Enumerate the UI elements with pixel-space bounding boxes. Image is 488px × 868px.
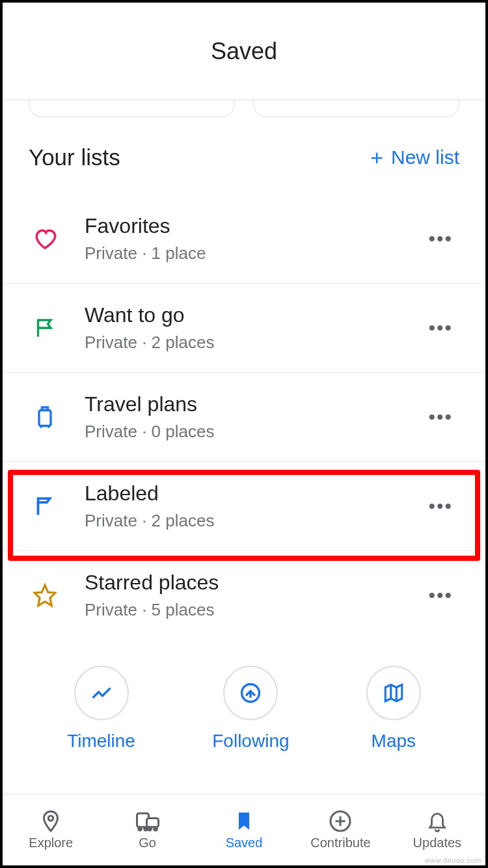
carousel-stub <box>3 99 485 117</box>
nav-saved[interactable]: Saved <box>196 794 292 865</box>
list-item-favorites[interactable]: Favorites Private · 1 place ••• <box>3 191 485 284</box>
card-stub[interactable] <box>29 99 235 117</box>
list-subtitle: Private · 1 place <box>85 243 422 264</box>
list-title: Want to go <box>85 303 422 327</box>
svg-point-8 <box>138 828 141 831</box>
nav-label: Go <box>139 835 156 850</box>
list-text: Travel plans Private · 0 places <box>85 392 422 442</box>
list-text: Favorites Private · 1 place <box>85 214 422 264</box>
list-subtitle: Private · 5 places <box>85 600 422 620</box>
nav-updates[interactable]: Updates <box>389 794 485 865</box>
list-title: Starred places <box>85 571 422 595</box>
more-button[interactable]: ••• <box>422 578 459 613</box>
lists-container: Favorites Private · 1 place ••• Want to … <box>3 190 485 640</box>
plus-circle-icon <box>329 809 352 833</box>
chip-label: Following <box>212 731 289 752</box>
list-item-labeled[interactable]: Labeled Private · 2 places ••• <box>3 462 485 551</box>
page-title: Saved <box>211 38 277 65</box>
pin-icon <box>39 809 62 833</box>
nav-label: Explore <box>29 835 73 850</box>
nav-contribute[interactable]: Contribute <box>292 794 388 865</box>
bottom-nav: Explore Go Saved Contribute Updates <box>3 794 485 865</box>
list-text: Want to go Private · 2 places <box>85 303 422 353</box>
nav-label: Contribute <box>310 835 370 850</box>
card-stub[interactable] <box>253 99 459 117</box>
nav-label: Updates <box>413 835 462 850</box>
star-icon <box>29 583 61 608</box>
following-icon <box>223 666 278 720</box>
list-text: Starred places Private · 5 places <box>85 571 422 620</box>
svg-point-12 <box>154 828 157 831</box>
list-item-want-to-go[interactable]: Want to go Private · 2 places ••• <box>3 284 485 373</box>
chips-row: Timeline Following Maps <box>3 640 485 765</box>
svg-point-9 <box>144 828 147 831</box>
watermark: www.deuao.com <box>425 856 481 864</box>
label-flag-icon <box>29 495 61 518</box>
header: Saved <box>3 3 485 100</box>
chip-timeline[interactable]: Timeline <box>67 666 135 752</box>
list-subtitle: Private · 2 places <box>85 511 422 531</box>
chip-maps[interactable]: Maps <box>366 666 421 752</box>
bell-icon <box>426 809 448 833</box>
suitcase-icon <box>29 404 61 430</box>
svg-rect-0 <box>39 411 51 426</box>
more-button[interactable]: ••• <box>422 400 459 435</box>
flag-icon <box>29 316 61 340</box>
nav-go[interactable]: Go <box>99 794 195 865</box>
list-title: Favorites <box>85 214 422 238</box>
more-button[interactable]: ••• <box>422 221 459 256</box>
maps-icon <box>366 666 421 720</box>
more-button[interactable]: ••• <box>422 310 459 346</box>
chip-following[interactable]: Following <box>212 666 289 752</box>
svg-point-6 <box>48 816 53 821</box>
list-item-starred[interactable]: Starred places Private · 5 places ••• <box>3 551 485 640</box>
list-title: Labeled <box>85 481 422 506</box>
transit-icon <box>135 809 161 833</box>
svg-marker-3 <box>385 685 402 701</box>
chip-label: Timeline <box>67 731 135 752</box>
section-title: Your lists <box>29 144 120 170</box>
new-list-button[interactable]: + New list <box>370 146 459 169</box>
list-text: Labeled Private · 2 places <box>85 481 422 531</box>
svg-rect-10 <box>146 819 158 828</box>
svg-marker-1 <box>34 585 55 606</box>
heart-icon <box>29 226 61 251</box>
bookmark-icon <box>234 809 254 833</box>
list-item-travel-plans[interactable]: Travel plans Private · 0 places ••• <box>3 373 485 462</box>
nav-explore[interactable]: Explore <box>3 794 99 865</box>
new-list-label: New list <box>391 146 459 169</box>
nav-label: Saved <box>226 835 263 850</box>
more-button[interactable]: ••• <box>422 489 459 524</box>
section-header: Your lists + New list <box>3 117 485 190</box>
chip-label: Maps <box>372 731 416 752</box>
list-title: Travel plans <box>85 392 422 416</box>
plus-icon: + <box>370 146 383 169</box>
svg-point-11 <box>148 828 151 831</box>
list-subtitle: Private · 0 places <box>85 422 422 442</box>
list-subtitle: Private · 2 places <box>85 332 422 353</box>
timeline-icon <box>74 666 129 720</box>
